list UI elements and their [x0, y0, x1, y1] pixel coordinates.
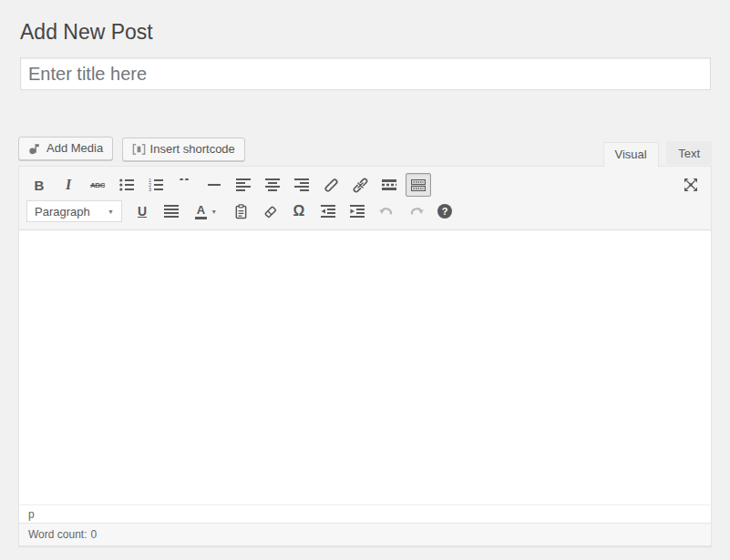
svg-text:3: 3: [149, 187, 151, 191]
keyboard-shortcuts-button[interactable]: ?: [432, 199, 458, 223]
more-tag-button[interactable]: [376, 173, 402, 197]
tab-visual[interactable]: Visual: [603, 142, 659, 167]
blockquote-button[interactable]: “: [172, 173, 198, 197]
align-left-icon: [236, 178, 251, 191]
unlink-icon: [353, 178, 368, 193]
element-path-item[interactable]: p: [28, 508, 35, 521]
toolbar-row-2: Paragraph ▼ U A ▼: [26, 199, 704, 223]
editor-content-area[interactable]: [19, 230, 711, 504]
bold-icon: B: [35, 178, 45, 193]
italic-icon: I: [66, 177, 71, 193]
add-media-button[interactable]: Add Media: [18, 137, 113, 160]
justify-icon: [164, 205, 179, 218]
toolbar-toggle-icon: [411, 179, 426, 191]
insert-shortcode-label: Insert shortcode: [150, 138, 235, 160]
word-count-value: 0: [90, 528, 97, 541]
text-color-icon: A: [195, 204, 207, 219]
fullscreen-icon: [684, 178, 698, 192]
tab-text[interactable]: Text: [666, 141, 712, 165]
editor-mode-tabs: Visual Text: [600, 141, 712, 166]
italic-button[interactable]: I: [56, 173, 81, 197]
numbered-list-button[interactable]: 1 2 3: [143, 173, 169, 197]
media-buttons: Add Media Insert shortcode: [18, 137, 250, 161]
indent-button[interactable]: [344, 199, 370, 223]
post-title-input[interactable]: [20, 57, 711, 90]
eraser-icon: [262, 204, 278, 219]
outdent-icon: [321, 205, 335, 218]
align-right-button[interactable]: [289, 173, 314, 197]
blockquote-icon: “: [179, 178, 192, 191]
chevron-down-icon: ▼: [211, 209, 217, 215]
add-media-icon: [28, 142, 42, 156]
word-count-bar: Word count: 0: [19, 523, 711, 545]
media-tab-row: Add Media Insert shortcode Visual Text: [18, 137, 712, 166]
add-new-post-page: Add New Post Add Media: [0, 0, 730, 546]
remove-link-button[interactable]: [347, 173, 373, 197]
add-media-label: Add Media: [46, 137, 103, 159]
link-icon: [324, 178, 339, 193]
strikethrough-button[interactable]: ABC: [85, 173, 110, 197]
shortcode-brackets-icon: [132, 143, 146, 156]
underline-button[interactable]: U: [129, 199, 155, 223]
align-center-icon: [265, 178, 280, 191]
word-count-label: Word count:: [28, 528, 87, 541]
element-path-bar: p: [19, 504, 711, 523]
page-title: Add New Post: [20, 19, 712, 45]
numbered-list-icon: 1 2 3: [149, 178, 163, 191]
text-color-button[interactable]: A ▼: [188, 199, 224, 223]
insert-shortcode-button[interactable]: Insert shortcode: [122, 137, 245, 161]
clear-formatting-button[interactable]: [257, 199, 283, 223]
align-right-icon: [294, 178, 309, 191]
clipboard-icon: [234, 204, 248, 219]
undo-button[interactable]: [374, 199, 399, 223]
outdent-button[interactable]: [315, 199, 341, 223]
redo-button[interactable]: [403, 199, 428, 223]
justify-button[interactable]: [159, 199, 184, 223]
bullet-list-button[interactable]: [114, 173, 139, 197]
underline-icon: U: [138, 204, 147, 219]
align-center-button[interactable]: [260, 173, 285, 197]
chevron-down-icon: ▼: [108, 209, 114, 215]
paragraph-format-dropdown[interactable]: Paragraph ▼: [26, 200, 122, 222]
horizontal-rule-button[interactable]: [201, 173, 227, 197]
redo-icon: [408, 205, 424, 218]
editor-container: B I ABC: [18, 166, 712, 546]
distraction-free-button[interactable]: [678, 173, 704, 197]
indent-icon: [350, 205, 365, 218]
special-character-button[interactable]: Ω: [286, 199, 312, 223]
omega-icon: Ω: [293, 203, 305, 219]
horizontal-rule-icon: [208, 184, 221, 186]
insert-link-button[interactable]: [318, 173, 344, 197]
align-left-button[interactable]: [231, 173, 256, 197]
paste-as-text-button[interactable]: [228, 199, 253, 223]
undo-icon: [379, 205, 395, 218]
toolbar-row-1: B I ABC: [26, 173, 704, 197]
help-icon: ?: [437, 204, 452, 219]
paragraph-format-label: Paragraph: [35, 205, 90, 219]
toolbar-toggle-button[interactable]: [406, 173, 431, 197]
strikethrough-icon: ABC: [90, 181, 105, 189]
more-tag-icon: [382, 179, 396, 190]
bullet-list-icon: [119, 178, 134, 191]
editor-toolbar: B I ABC: [19, 167, 711, 230]
bold-button[interactable]: B: [26, 173, 52, 197]
